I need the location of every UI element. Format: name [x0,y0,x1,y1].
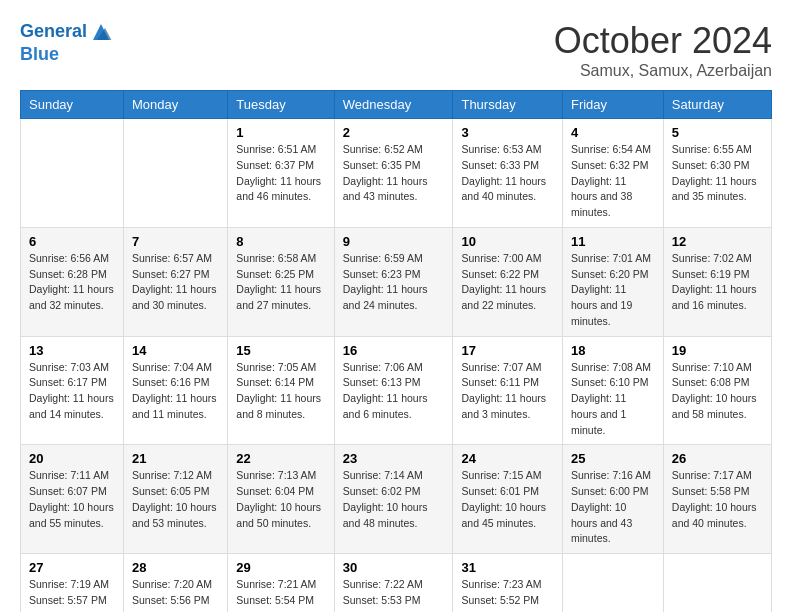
day-info: Sunrise: 7:17 AM Sunset: 5:58 PM Dayligh… [672,468,763,531]
calendar-week-row: 27 Sunrise: 7:19 AM Sunset: 5:57 PM Dayl… [21,554,772,613]
calendar-cell: 8 Sunrise: 6:58 AM Sunset: 6:25 PM Dayli… [228,227,334,336]
header-cell-saturday: Saturday [663,91,771,119]
calendar-cell: 28 Sunrise: 7:20 AM Sunset: 5:56 PM Dayl… [123,554,227,613]
header-cell-wednesday: Wednesday [334,91,453,119]
day-number: 25 [571,451,655,466]
day-number: 16 [343,343,445,358]
day-number: 27 [29,560,115,575]
calendar-cell: 15 Sunrise: 7:05 AM Sunset: 6:14 PM Dayl… [228,336,334,445]
day-number: 1 [236,125,325,140]
calendar-cell: 3 Sunrise: 6:53 AM Sunset: 6:33 PM Dayli… [453,119,563,228]
day-info: Sunrise: 7:08 AM Sunset: 6:10 PM Dayligh… [571,360,655,439]
day-number: 28 [132,560,219,575]
title-block: October 2024 Samux, Samux, Azerbaijan [554,20,772,80]
day-number: 13 [29,343,115,358]
day-info: Sunrise: 7:01 AM Sunset: 6:20 PM Dayligh… [571,251,655,330]
calendar-cell: 24 Sunrise: 7:15 AM Sunset: 6:01 PM Dayl… [453,445,563,554]
day-number: 18 [571,343,655,358]
calendar-cell: 18 Sunrise: 7:08 AM Sunset: 6:10 PM Dayl… [562,336,663,445]
day-number: 20 [29,451,115,466]
day-number: 5 [672,125,763,140]
day-number: 4 [571,125,655,140]
calendar-cell: 19 Sunrise: 7:10 AM Sunset: 6:08 PM Dayl… [663,336,771,445]
day-number: 10 [461,234,554,249]
day-info: Sunrise: 7:13 AM Sunset: 6:04 PM Dayligh… [236,468,325,531]
header-cell-tuesday: Tuesday [228,91,334,119]
day-number: 30 [343,560,445,575]
day-info: Sunrise: 7:11 AM Sunset: 6:07 PM Dayligh… [29,468,115,531]
day-number: 24 [461,451,554,466]
calendar-cell [123,119,227,228]
day-number: 12 [672,234,763,249]
calendar-header-row: SundayMondayTuesdayWednesdayThursdayFrid… [21,91,772,119]
day-number: 31 [461,560,554,575]
day-info: Sunrise: 6:53 AM Sunset: 6:33 PM Dayligh… [461,142,554,205]
calendar-cell: 6 Sunrise: 6:56 AM Sunset: 6:28 PM Dayli… [21,227,124,336]
location-subtitle: Samux, Samux, Azerbaijan [554,62,772,80]
calendar-cell: 17 Sunrise: 7:07 AM Sunset: 6:11 PM Dayl… [453,336,563,445]
calendar-cell: 16 Sunrise: 7:06 AM Sunset: 6:13 PM Dayl… [334,336,453,445]
day-info: Sunrise: 7:19 AM Sunset: 5:57 PM Dayligh… [29,577,115,612]
day-info: Sunrise: 6:59 AM Sunset: 6:23 PM Dayligh… [343,251,445,314]
day-info: Sunrise: 7:06 AM Sunset: 6:13 PM Dayligh… [343,360,445,423]
day-number: 29 [236,560,325,575]
header-cell-monday: Monday [123,91,227,119]
day-info: Sunrise: 6:57 AM Sunset: 6:27 PM Dayligh… [132,251,219,314]
calendar-body: 1 Sunrise: 6:51 AM Sunset: 6:37 PM Dayli… [21,119,772,613]
day-number: 23 [343,451,445,466]
day-info: Sunrise: 7:14 AM Sunset: 6:02 PM Dayligh… [343,468,445,531]
calendar-cell: 26 Sunrise: 7:17 AM Sunset: 5:58 PM Dayl… [663,445,771,554]
day-number: 11 [571,234,655,249]
calendar-cell: 4 Sunrise: 6:54 AM Sunset: 6:32 PM Dayli… [562,119,663,228]
day-number: 8 [236,234,325,249]
calendar-cell: 7 Sunrise: 6:57 AM Sunset: 6:27 PM Dayli… [123,227,227,336]
calendar-cell [21,119,124,228]
day-number: 9 [343,234,445,249]
calendar-cell: 1 Sunrise: 6:51 AM Sunset: 6:37 PM Dayli… [228,119,334,228]
calendar-cell: 25 Sunrise: 7:16 AM Sunset: 6:00 PM Dayl… [562,445,663,554]
header-cell-sunday: Sunday [21,91,124,119]
day-info: Sunrise: 6:56 AM Sunset: 6:28 PM Dayligh… [29,251,115,314]
day-info: Sunrise: 7:23 AM Sunset: 5:52 PM Dayligh… [461,577,554,612]
calendar-cell: 10 Sunrise: 7:00 AM Sunset: 6:22 PM Dayl… [453,227,563,336]
day-info: Sunrise: 7:05 AM Sunset: 6:14 PM Dayligh… [236,360,325,423]
day-number: 15 [236,343,325,358]
calendar-week-row: 6 Sunrise: 6:56 AM Sunset: 6:28 PM Dayli… [21,227,772,336]
day-info: Sunrise: 6:55 AM Sunset: 6:30 PM Dayligh… [672,142,763,205]
calendar-cell: 20 Sunrise: 7:11 AM Sunset: 6:07 PM Dayl… [21,445,124,554]
day-number: 14 [132,343,219,358]
day-number: 22 [236,451,325,466]
logo-text-line2: Blue [20,44,113,66]
logo-text-line1: General [20,21,87,43]
day-number: 17 [461,343,554,358]
calendar-cell: 11 Sunrise: 7:01 AM Sunset: 6:20 PM Dayl… [562,227,663,336]
day-number: 2 [343,125,445,140]
day-info: Sunrise: 7:12 AM Sunset: 6:05 PM Dayligh… [132,468,219,531]
calendar-cell: 2 Sunrise: 6:52 AM Sunset: 6:35 PM Dayli… [334,119,453,228]
month-title: October 2024 [554,20,772,62]
page-header: General Blue October 2024 Samux, Samux, … [20,20,772,80]
calendar-cell: 27 Sunrise: 7:19 AM Sunset: 5:57 PM Dayl… [21,554,124,613]
day-number: 19 [672,343,763,358]
day-info: Sunrise: 7:00 AM Sunset: 6:22 PM Dayligh… [461,251,554,314]
calendar-cell: 22 Sunrise: 7:13 AM Sunset: 6:04 PM Dayl… [228,445,334,554]
day-info: Sunrise: 7:20 AM Sunset: 5:56 PM Dayligh… [132,577,219,612]
day-info: Sunrise: 7:16 AM Sunset: 6:00 PM Dayligh… [571,468,655,547]
calendar-week-row: 13 Sunrise: 7:03 AM Sunset: 6:17 PM Dayl… [21,336,772,445]
header-cell-thursday: Thursday [453,91,563,119]
day-info: Sunrise: 7:21 AM Sunset: 5:54 PM Dayligh… [236,577,325,612]
day-info: Sunrise: 7:07 AM Sunset: 6:11 PM Dayligh… [461,360,554,423]
calendar-cell: 29 Sunrise: 7:21 AM Sunset: 5:54 PM Dayl… [228,554,334,613]
calendar-cell: 9 Sunrise: 6:59 AM Sunset: 6:23 PM Dayli… [334,227,453,336]
calendar-cell: 12 Sunrise: 7:02 AM Sunset: 6:19 PM Dayl… [663,227,771,336]
day-number: 7 [132,234,219,249]
day-info: Sunrise: 7:15 AM Sunset: 6:01 PM Dayligh… [461,468,554,531]
day-info: Sunrise: 7:22 AM Sunset: 5:53 PM Dayligh… [343,577,445,612]
calendar-cell: 23 Sunrise: 7:14 AM Sunset: 6:02 PM Dayl… [334,445,453,554]
day-number: 6 [29,234,115,249]
calendar-cell: 31 Sunrise: 7:23 AM Sunset: 5:52 PM Dayl… [453,554,563,613]
calendar-cell: 21 Sunrise: 7:12 AM Sunset: 6:05 PM Dayl… [123,445,227,554]
calendar-week-row: 20 Sunrise: 7:11 AM Sunset: 6:07 PM Dayl… [21,445,772,554]
day-number: 21 [132,451,219,466]
calendar-week-row: 1 Sunrise: 6:51 AM Sunset: 6:37 PM Dayli… [21,119,772,228]
